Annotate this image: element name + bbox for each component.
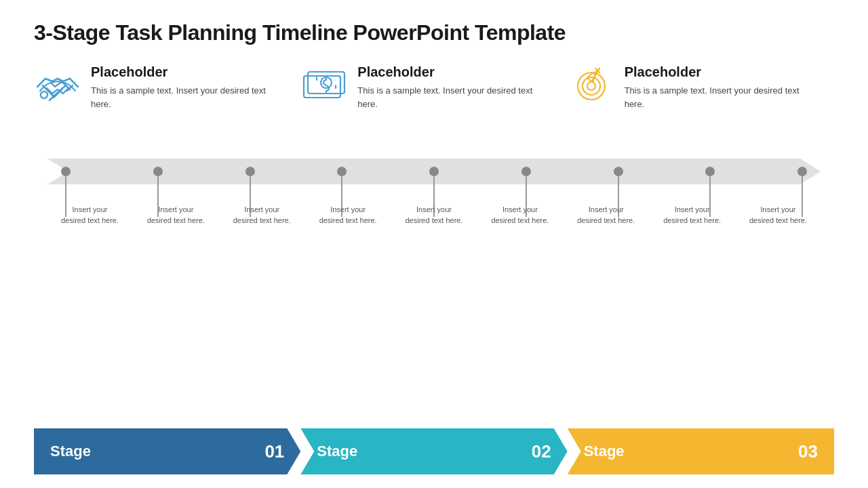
stage-bar-1: Stage 01 (34, 428, 300, 474)
stage-3-label: Stage (584, 443, 625, 460)
placeholder-section: Placeholder This is a sample text. Inser… (34, 64, 834, 110)
dot-item-3 (245, 167, 255, 176)
stage-bar-3: Stage 03 (568, 428, 834, 474)
dot-2 (153, 167, 163, 176)
placeholder-block-2: Placeholder This is a sample text. Inser… (300, 64, 567, 110)
dot-item-2 (153, 167, 163, 176)
stages-section: Stage 01 Stage 02 Stage 03 (34, 428, 834, 474)
timeline-labels: Insert your desired text here. Insert yo… (47, 202, 821, 226)
target-icon (568, 64, 615, 105)
timeline-label-7: Insert your desired text here. (577, 205, 635, 226)
stage-3-number: 03 (798, 441, 818, 462)
stage-2-number: 02 (532, 441, 551, 462)
dot-item-6 (521, 167, 531, 176)
page-title: 3-Stage Task Planning Timeline PowerPoin… (34, 20, 834, 45)
dot-8 (705, 167, 715, 176)
svg-point-6 (587, 82, 595, 90)
timeline-label-6: Insert your desired text here. (491, 205, 549, 226)
dot-4 (337, 167, 347, 176)
dot-item-4 (337, 167, 347, 176)
dot-item-1 (61, 167, 71, 176)
dot-item-7 (614, 167, 623, 176)
dot-item-9 (797, 167, 807, 176)
timeline-label-4: Insert your desired text here. (319, 205, 377, 226)
timeline-dots (47, 167, 821, 176)
placeholder-text-1: Placeholder This is a sample text. Inser… (91, 64, 287, 110)
dot-1 (61, 167, 71, 176)
timeline-label-5: Insert your desired text here. (406, 205, 463, 226)
stage-1-label: Stage (50, 443, 91, 460)
svg-point-0 (39, 90, 49, 100)
stage-2-label: Stage (317, 443, 357, 460)
timeline-label-8: Insert your desired text here. (663, 205, 721, 226)
dot-item-5 (429, 167, 439, 176)
placeholder-block-1: Placeholder This is a sample text. Inser… (34, 64, 300, 110)
handshake-icon (34, 64, 81, 105)
svg-point-5 (583, 77, 600, 95)
page: 3-Stage Task Planning Timeline PowerPoin… (0, 0, 868, 488)
timeline-section: Insert your desired text here. Insert yo… (27, 117, 841, 226)
dot-7 (614, 167, 623, 176)
placeholder-block-3: Placeholder This is a sample text. Inser… (568, 64, 834, 110)
placeholder-text-3: Placeholder This is a sample text. Inser… (625, 64, 821, 110)
dot-item-8 (705, 167, 715, 176)
timeline-label-1: Insert your desired text here. (61, 205, 119, 226)
timeline-label-9: Insert your desired text here. (749, 205, 807, 226)
dot-6 (521, 167, 531, 176)
dot-9 (797, 167, 807, 176)
stage-bar-2: Stage 02 (300, 428, 567, 474)
timeline-label-3: Insert your desired text here. (233, 205, 291, 226)
dot-5 (429, 167, 439, 176)
money-icon (300, 64, 348, 105)
dot-3 (245, 167, 255, 176)
timeline-label-2: Insert your desired text here. (147, 205, 205, 226)
placeholder-text-2: Placeholder This is a sample text. Inser… (357, 64, 553, 110)
stage-1-number: 01 (264, 441, 284, 462)
